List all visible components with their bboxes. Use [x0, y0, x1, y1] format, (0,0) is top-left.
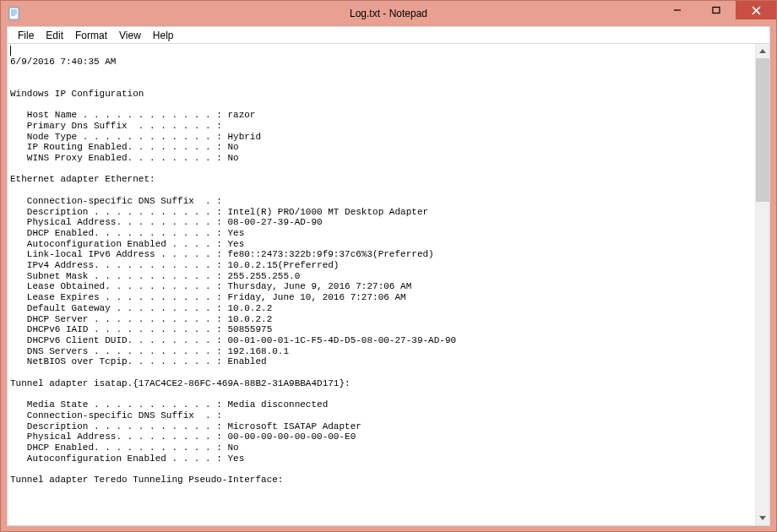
notepad-icon — [8, 7, 21, 20]
vertical-scrollbar[interactable] — [755, 44, 769, 525]
maximize-button[interactable] — [697, 1, 736, 19]
svg-marker-9 — [759, 49, 766, 53]
menu-format[interactable]: Format — [69, 29, 113, 42]
scroll-track[interactable] — [756, 58, 769, 511]
editor-container: 6/9/2016 7:40:35 AM Windows IP Configura… — [7, 43, 770, 526]
svg-rect-6 — [713, 8, 720, 14]
scroll-up-arrow[interactable] — [756, 44, 769, 58]
menu-file[interactable]: File — [12, 29, 40, 42]
minimize-button[interactable] — [658, 1, 697, 19]
close-button[interactable] — [736, 1, 776, 19]
svg-marker-10 — [759, 516, 766, 520]
menu-help[interactable]: Help — [147, 29, 180, 42]
titlebar[interactable]: Log.txt - Notepad — [1, 1, 776, 26]
text-editor[interactable]: 6/9/2016 7:40:35 AM Windows IP Configura… — [8, 44, 755, 525]
scroll-thumb[interactable] — [756, 58, 769, 202]
window-controls — [658, 1, 776, 19]
menu-view[interactable]: View — [113, 29, 147, 42]
menubar: File Edit Format View Help — [7, 26, 770, 43]
menu-edit[interactable]: Edit — [40, 29, 69, 42]
editor-content: 6/9/2016 7:40:35 AM Windows IP Configura… — [10, 57, 456, 485]
scroll-down-arrow[interactable] — [756, 511, 769, 525]
text-cursor — [10, 46, 11, 56]
window-title: Log.txt - Notepad — [350, 8, 427, 19]
